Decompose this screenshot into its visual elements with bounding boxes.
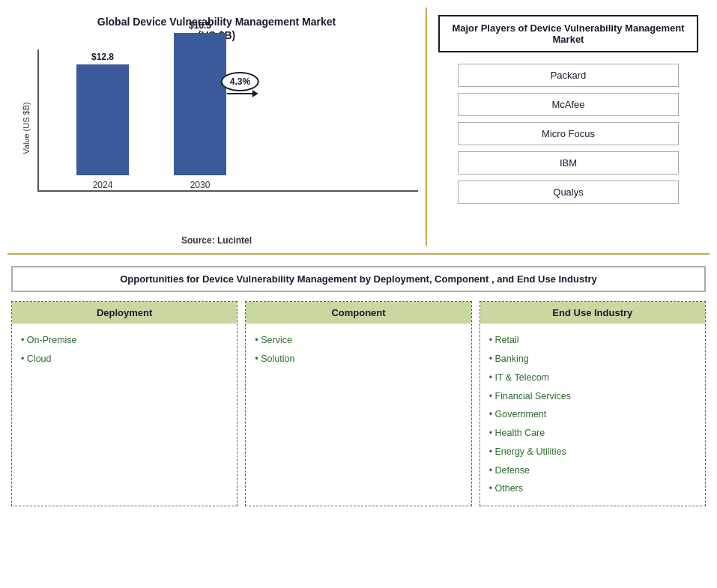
bar-2030: $16.5 2030 <box>174 20 226 190</box>
player-packard: Packard <box>458 64 679 87</box>
chart-area: Global Device Vulnerability Management M… <box>7 7 427 246</box>
bar-2030-rect <box>174 33 226 175</box>
cagr-value: 4.3% <box>221 72 259 91</box>
end-use-item-3: Financial Services <box>480 387 705 406</box>
deployment-item-1: Cloud <box>12 350 237 369</box>
bar-2030-label: 2030 <box>190 180 211 190</box>
component-header: Component <box>246 302 471 324</box>
source-text: Source: Lucintel <box>15 235 418 246</box>
component-column: Component Service Solution <box>245 301 471 506</box>
player-ibm: IBM <box>458 151 679 175</box>
end-use-column: End Use Industry Retail Banking IT & Tel… <box>479 301 706 506</box>
end-use-item-2: IT & Telecom <box>480 369 705 387</box>
component-item-0: Service <box>246 331 471 350</box>
major-players-title: Major Players of Device Vulnerability Ma… <box>438 15 698 52</box>
end-use-item-8: Others <box>480 479 705 498</box>
deployment-item-0: On-Premise <box>12 331 237 350</box>
bar-2024-rect <box>76 64 129 175</box>
main-container: Global Device Vulnerability Management M… <box>0 0 717 588</box>
opportunities-title: Opportunities for Device Vulnerability M… <box>11 266 706 292</box>
player-micro-focus: Micro Focus <box>458 122 679 145</box>
deployment-column: Deployment On-Premise Cloud <box>11 301 238 506</box>
bar-2030-value: $16.5 <box>189 20 211 31</box>
component-item-1: Solution <box>246 350 471 369</box>
cagr-annotation: 4.3% <box>221 72 259 94</box>
end-use-item-4: Government <box>480 405 705 424</box>
top-section: Global Device Vulnerability Management M… <box>7 7 710 255</box>
end-use-item-5: Health Care <box>480 424 705 443</box>
bottom-section: Opportunities for Device Vulnerability M… <box>7 262 710 510</box>
player-mcafee: McAfee <box>458 93 679 116</box>
bar-2024-label: 2024 <box>93 180 113 190</box>
end-use-header: End Use Industry <box>480 302 705 324</box>
end-use-item-1: Banking <box>480 350 705 369</box>
player-qualys: Qualys <box>458 181 679 204</box>
end-use-item-7: Defense <box>480 461 705 480</box>
end-use-item-0: Retail <box>480 331 705 350</box>
bar-2024: $12.8 2024 <box>76 52 129 190</box>
columns-container: Deployment On-Premise Cloud Component Se… <box>11 301 706 506</box>
major-players-area: Major Players of Device Vulnerability Ma… <box>427 7 710 246</box>
y-axis-label: Value (US $B) <box>22 103 31 155</box>
end-use-item-6: Energy & Utilities <box>480 443 705 461</box>
bar-2024-value: $12.8 <box>91 52 114 62</box>
deployment-header: Deployment <box>12 302 237 324</box>
